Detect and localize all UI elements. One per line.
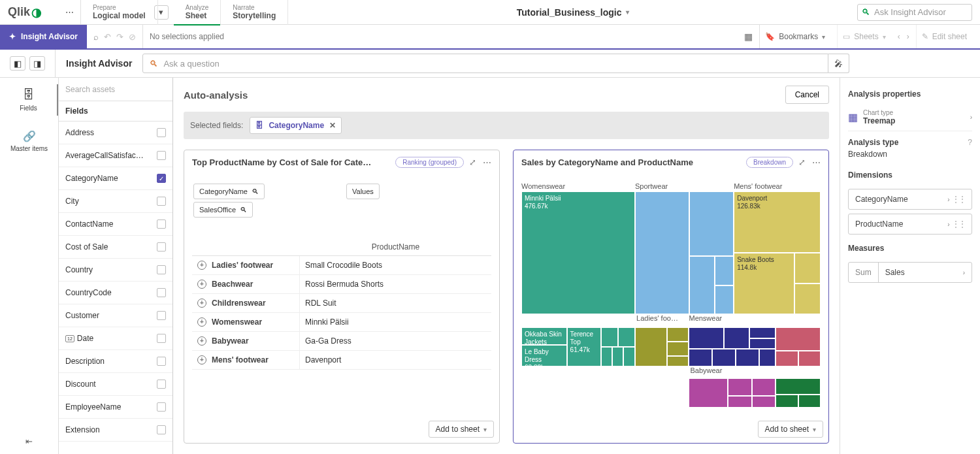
panel-right-icon: ◨ (33, 59, 41, 69)
expand-icon[interactable]: + (197, 355, 206, 365)
pivot-row[interactable]: +BeachwearRossi Bermuda Shorts (192, 275, 491, 294)
pivot-row[interactable]: +BabywearGa-Ga Dress (192, 332, 491, 351)
measure-agg[interactable]: Sum (849, 263, 879, 282)
field-checkbox[interactable] (157, 128, 166, 137)
field-checkbox[interactable] (157, 219, 166, 229)
tab-prepare[interactable]: Prepare Logical model (81, 0, 158, 25)
top-bar: Qlik ◑ ⋯ Prepare Logical model ▾ Analyze… (0, 0, 980, 25)
expand-icon[interactable]: + (197, 336, 206, 346)
field-row[interactable]: Customer (59, 304, 172, 327)
step-back-icon[interactable]: ↶ (104, 32, 111, 42)
ask-question-input[interactable]: 🔍︎ Ask a question (142, 54, 828, 73)
app-menu-icon[interactable]: ⋯ (59, 7, 80, 17)
field-checkbox[interactable] (157, 357, 166, 366)
field-row[interactable]: Description (59, 350, 172, 373)
field-row[interactable]: Country (59, 259, 172, 282)
field-row[interactable]: City (59, 190, 172, 213)
fields-list[interactable]: AddressAverageCallSatisfac…CategoryName✓… (59, 122, 172, 454)
expand-icon[interactable]: + (197, 261, 206, 270)
pivot-row[interactable]: +Ladies' footwearSmall Crocodile Boots (192, 256, 491, 275)
more-icon[interactable]: ⋯ (483, 157, 491, 167)
field-row[interactable]: Address (59, 122, 172, 144)
drag-handle-icon[interactable]: ⋮⋮ (952, 195, 965, 204)
field-row[interactable]: ContactName (59, 213, 172, 236)
tab-analyze-label: Sheet (186, 11, 209, 20)
app-logo[interactable]: Qlik ◑ (0, 0, 59, 25)
field-name: Extension (65, 425, 100, 434)
help-icon[interactable]: ? (968, 138, 972, 147)
add-to-sheet-button[interactable]: Add to sheet ▾ (758, 421, 823, 438)
field-checkbox[interactable] (157, 334, 166, 343)
field-row[interactable]: AverageCallSatisfac… (59, 144, 172, 167)
search-assets-input[interactable]: Search assets (59, 78, 172, 101)
field-checkbox[interactable] (157, 242, 166, 251)
category-cell: Babywear (212, 336, 249, 346)
selected-field-chip[interactable]: 🗄 CategoryName ✕ (250, 117, 342, 134)
treemap-viz[interactable]: Minnki Pälsii 476.67k (521, 191, 821, 314)
field-row[interactable]: CountryCode (59, 282, 172, 304)
clear-selections-icon[interactable]: ⊘ (129, 32, 136, 42)
values-tag[interactable]: Values (346, 184, 380, 199)
expand-icon[interactable]: + (197, 317, 206, 327)
expand-icon[interactable]: + (197, 280, 206, 289)
bookmarks-button[interactable]: 🔖 Bookmarks ▾ (759, 25, 830, 48)
dim-tag-category[interactable]: CategoryName 🔍︎ (193, 184, 265, 199)
field-checkbox[interactable] (157, 265, 166, 274)
field-row[interactable]: EmployeeName (59, 396, 172, 419)
drag-handle-icon[interactable]: ⋮⋮ (952, 219, 965, 229)
pivot-row[interactable]: +Mens' footwearDavenport (192, 351, 491, 370)
fields-header: Fields (59, 101, 172, 122)
field-row[interactable]: Cost of Sale (59, 236, 172, 259)
pivot-row[interactable]: +ChildrenswearRDL Suit (192, 294, 491, 313)
main-area: Auto-analysis Cancel Selected fields: 🗄 … (173, 78, 840, 454)
next-sheet-icon[interactable]: › (907, 32, 909, 41)
field-checkbox[interactable] (157, 311, 166, 320)
insight-advisor-button[interactable]: ✦ Insight Advisor (0, 25, 87, 48)
more-icon[interactable]: ⋯ (812, 157, 821, 167)
chart-type-row[interactable]: ▦ Chart type Treemap › (848, 104, 972, 131)
sheets-button[interactable]: ▭ Sheets ▾ (837, 25, 890, 48)
rail-master-items[interactable]: 🔗 Master items (0, 126, 58, 156)
step-forward-icon[interactable]: ↷ (116, 32, 123, 42)
selections-tool-icon[interactable]: ▦ (744, 31, 753, 42)
field-checkbox[interactable] (157, 402, 166, 412)
microphone-button[interactable]: 🎤︎ (828, 54, 849, 73)
rail-fields[interactable]: 🗄 Fields (0, 84, 58, 116)
chevron-right-icon: › (963, 269, 965, 276)
toggle-right-panel[interactable]: ◨ (29, 56, 45, 71)
pivot-row[interactable]: +WomenswearMinnki Pälsii (192, 313, 491, 332)
field-checkbox[interactable] (157, 151, 166, 160)
cancel-button[interactable]: Cancel (785, 86, 829, 104)
field-row[interactable]: 12Date (59, 327, 172, 350)
tab-narrate[interactable]: Narrate Storytelling (221, 0, 288, 25)
toggle-left-panel[interactable]: ◧ (10, 56, 25, 71)
prev-sheet-icon[interactable]: ‹ (898, 32, 900, 41)
field-name: City (65, 197, 79, 206)
dim-tag-salesoffice[interactable]: SalesOffice 🔍︎ (193, 202, 253, 218)
edit-sheet-button[interactable]: ✎ Edit sheet (916, 25, 972, 48)
measure-sales[interactable]: Sum Sales › (848, 262, 972, 283)
field-checkbox[interactable]: ✓ (157, 174, 166, 183)
field-row[interactable]: Extension (59, 419, 172, 442)
dimension-categoryname[interactable]: CategoryName › ⋮⋮ (848, 189, 972, 210)
field-checkbox[interactable] (157, 288, 166, 297)
dimension-productname[interactable]: ProductName › ⋮⋮ (848, 214, 972, 235)
pivot-rows[interactable]: +Ladies' footwearSmall Crocodile Boots+B… (192, 256, 491, 408)
field-checkbox[interactable] (157, 197, 166, 206)
fullscreen-icon[interactable]: ⤢ (798, 157, 806, 167)
collapse-rail-icon[interactable]: ⇤ (25, 436, 33, 446)
tab-analyze[interactable]: Analyze Sheet (174, 0, 221, 25)
field-row[interactable]: Discount (59, 373, 172, 396)
fullscreen-icon[interactable]: ⤢ (469, 157, 476, 167)
card-treemap[interactable]: Sales by CategoryName and ProductName Br… (513, 150, 829, 444)
field-row[interactable]: CategoryName✓ (59, 167, 172, 190)
app-title[interactable]: Tutorial_Business_logic ▾ (288, 7, 857, 18)
expand-icon[interactable]: + (197, 299, 206, 308)
field-checkbox[interactable] (157, 425, 166, 434)
field-checkbox[interactable] (157, 380, 166, 389)
remove-chip-icon[interactable]: ✕ (329, 121, 336, 130)
add-to-sheet-button[interactable]: Add to sheet ▾ (429, 421, 494, 438)
field-name: AverageCallSatisfac… (65, 151, 144, 160)
smart-search-icon[interactable]: ⌕ (93, 32, 99, 42)
top-search[interactable]: 🔍︎ Ask Insight Advisor (857, 4, 972, 21)
